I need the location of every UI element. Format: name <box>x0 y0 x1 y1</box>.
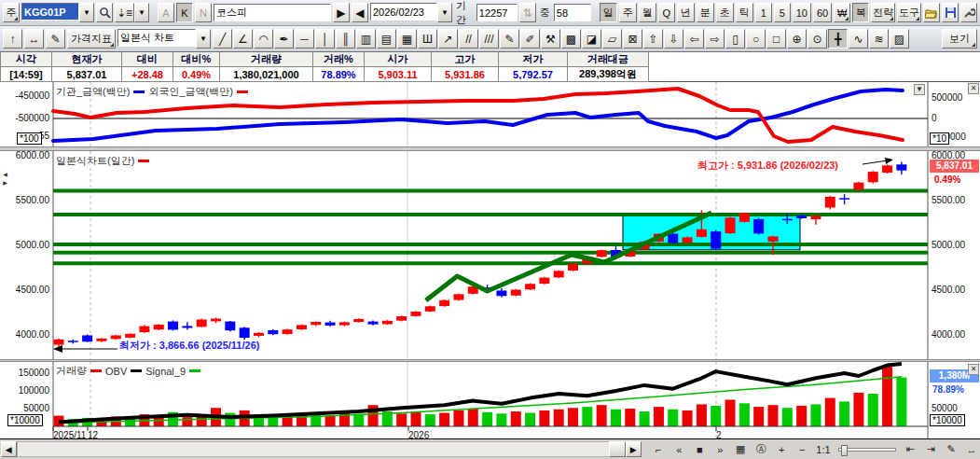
timeframe-월[interactable]: 월 <box>639 3 656 22</box>
volume-panel-close-icon[interactable]: ✕ <box>968 364 979 375</box>
trendline-icon[interactable]: ╱ <box>213 29 232 49</box>
memo-button[interactable]: ✎ <box>46 29 65 49</box>
ratio-label[interactable]: 1:1 <box>814 441 832 458</box>
fast-backward-icon[interactable]: « <box>670 441 687 458</box>
date-input[interactable] <box>370 3 437 21</box>
scrollbar-thumb[interactable] <box>609 441 626 457</box>
timeframe-초[interactable]: 초 <box>716 3 734 22</box>
shift-right-icon[interactable]: ⇨ <box>705 29 725 49</box>
market-n-button[interactable]: N <box>195 3 212 22</box>
timeframe-일[interactable]: 일 <box>600 3 617 22</box>
arc-icon[interactable]: ◠ <box>254 29 273 49</box>
parallel-channel-icon[interactable]: // <box>459 29 478 49</box>
wave2-icon[interactable]: ≋ <box>869 29 889 49</box>
arrow-line-icon[interactable]: ↗ <box>438 29 458 49</box>
view-button[interactable]: 보기 <box>942 29 977 49</box>
shift-left-icon[interactable]: ⇦ <box>684 29 704 49</box>
fan-line-icon[interactable]: ✒ <box>274 29 294 49</box>
sort-dropdown-icon[interactable]: ▼ <box>134 3 149 22</box>
dense-lines-icon[interactable]: ▥ <box>356 29 376 49</box>
market-k-button[interactable]: K <box>176 3 193 22</box>
edit-note-icon[interactable]: ✎ <box>943 441 959 458</box>
prev-stock-button[interactable]: ◀ <box>352 3 368 22</box>
parallel-lines-icon[interactable]: ║ <box>336 29 355 49</box>
auto-analysis-icon[interactable]: Ⓐ <box>752 441 769 458</box>
candlestick-chart[interactable] <box>0 151 980 359</box>
zoom-area-icon[interactable]: ⊕ <box>787 29 807 49</box>
pen-edit-icon[interactable]: ✐ <box>520 29 540 49</box>
shift-up-icon[interactable]: ⇧ <box>643 29 663 49</box>
copy-region-icon[interactable]: ▱ <box>602 29 622 49</box>
timeframe-Q[interactable]: Q <box>658 3 675 22</box>
strategy-button[interactable]: 전략 <box>871 3 895 22</box>
speed-line-icon[interactable]: /// <box>479 29 499 49</box>
chart-type-input[interactable] <box>117 29 196 47</box>
open-button[interactable] <box>923 3 940 22</box>
vertical-line-icon[interactable]: │ <box>315 29 335 49</box>
zoom-slider-thumb[interactable] <box>841 445 848 456</box>
chart-settings-icon[interactable]: ▨ <box>890 29 909 49</box>
page-icon[interactable]: ▯ <box>725 29 745 49</box>
tools-button[interactable]: 도구 <box>897 3 921 22</box>
stock-name-input[interactable] <box>214 4 331 21</box>
sort-list-icon[interactable]: ⇣≡ <box>115 3 134 22</box>
fast-forward-icon[interactable]: » <box>711 441 728 458</box>
code-input[interactable] <box>21 3 79 21</box>
grid-toggle-icon[interactable]: ▦ <box>732 441 749 458</box>
period-input[interactable] <box>476 4 518 21</box>
scroll-up-button[interactable]: ↑ <box>3 29 22 49</box>
save-button[interactable] <box>942 3 959 22</box>
fibonacci-icon[interactable]: ▤ <box>377 29 396 49</box>
panel-collapse-icon[interactable]: ▼ <box>914 84 925 95</box>
circle-icon[interactable]: ○ <box>746 29 766 49</box>
horizontal-line-icon[interactable]: ─ <box>295 29 314 49</box>
adjust-arrows-icon[interactable]: ⇅ <box>519 3 536 22</box>
zoom-slider[interactable] <box>838 448 896 452</box>
stop-icon[interactable]: ■ <box>691 441 708 458</box>
date-dropdown-icon[interactable]: ▼ <box>437 3 452 22</box>
eraser-icon[interactable]: ◪ <box>582 29 601 49</box>
search-button[interactable] <box>96 3 113 22</box>
timeframe-주[interactable]: 주 <box>619 3 637 22</box>
first-page-icon[interactable]: ⇤ <box>902 441 918 458</box>
timeframe-60[interactable]: 60 <box>813 3 832 22</box>
pencil-icon[interactable]: ✎ <box>500 29 519 49</box>
scroll-left-button[interactable]: ◀ <box>1 441 17 457</box>
channel-icon[interactable]: Ш <box>418 29 437 49</box>
scroll-right-button[interactable]: ▶ <box>626 441 642 457</box>
wave-icon[interactable]: ∿ <box>849 29 868 49</box>
price-indicator-button[interactable]: 가격지표 <box>67 29 116 49</box>
investor-panel-close-icon[interactable]: ✕ <box>968 83 979 94</box>
timeframe-틱[interactable]: 틱 <box>736 3 753 22</box>
among-input[interactable] <box>554 4 591 21</box>
shift-down-icon[interactable]: ⇩ <box>664 29 683 49</box>
expand-icon[interactable]: ↔ <box>963 441 980 458</box>
zoom-out-icon[interactable]: − <box>794 441 810 458</box>
grid-lines-icon[interactable]: ▦ <box>397 29 417 49</box>
rectangle-icon[interactable]: □ <box>766 29 786 49</box>
chart-type-dropdown-icon[interactable]: ▼ <box>196 29 211 49</box>
scrollbar-track[interactable] <box>17 441 610 457</box>
code-dropdown-icon[interactable]: ▼ <box>79 3 94 22</box>
timeframe-5[interactable]: 5 <box>774 3 791 22</box>
timeframe-년[interactable]: 년 <box>677 3 695 22</box>
market-a-button[interactable]: A <box>158 3 174 22</box>
timeframe-분[interactable]: 분 <box>697 3 714 22</box>
stock-type-button[interactable]: 주 <box>3 3 20 22</box>
zoom-candle-icon[interactable]: ⊙ <box>807 29 827 49</box>
zoom-in-icon[interactable]: + <box>773 441 790 458</box>
angle-line-icon[interactable]: ∠ <box>233 29 253 49</box>
next-stock-button[interactable]: ▶ <box>333 3 350 22</box>
timeframe-10[interactable]: 10 <box>793 3 811 22</box>
settings-button[interactable] <box>960 3 977 22</box>
delete-all-icon[interactable]: ⊠ <box>623 29 642 49</box>
palette-icon[interactable]: ▩ <box>561 29 581 49</box>
last-page-icon[interactable]: ⇥ <box>922 441 939 458</box>
fit-width-icon[interactable]: ⌐ <box>650 441 667 458</box>
timeframe-1[interactable]: 1 <box>755 3 772 22</box>
fit-horizontal-button[interactable]: ↔ <box>24 29 44 49</box>
crosshair-icon[interactable]: ╋ <box>828 29 848 49</box>
line-tools-icon[interactable]: ⚒ <box>541 29 560 49</box>
won-unit-button[interactable]: ₩ <box>834 3 850 22</box>
restore-button[interactable]: 복 <box>852 3 869 22</box>
